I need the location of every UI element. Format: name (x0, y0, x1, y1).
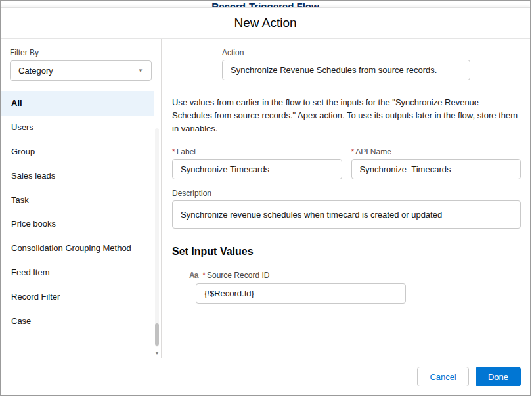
action-field-group: Action (222, 48, 470, 80)
sidebar-item-all[interactable]: All (1, 91, 154, 116)
description-input[interactable] (172, 200, 521, 229)
screen: Record-Triggered Flow New Action Filter … (0, 0, 531, 396)
description-field-label: Description (172, 189, 521, 198)
text-type-icon: Aa (189, 271, 198, 280)
label-input[interactable] (172, 159, 342, 179)
description-field-group: Description (172, 189, 521, 229)
category-select-value: Category (18, 66, 53, 76)
intro-text: Use values from earlier in the flow to s… (172, 96, 521, 135)
source-record-id-label-row: Aa *Source Record ID (189, 271, 521, 280)
sidebar-item-sales-leads[interactable]: Sales leads (1, 164, 154, 189)
new-action-modal: New Action Filter By Category ▼ All User… (1, 7, 530, 395)
background-flow-title: Record-Triggered Flow (211, 1, 319, 7)
action-input[interactable] (222, 60, 470, 80)
action-form: Action Use values from earlier in the fl… (162, 39, 530, 358)
sidebar-item-task[interactable]: Task (1, 189, 154, 213)
background-page: Record-Triggered Flow (1, 1, 530, 7)
action-label: Action (222, 48, 470, 57)
sidebar-item-group[interactable]: Group (1, 140, 154, 164)
sidebar-item-case[interactable]: Case (1, 310, 154, 334)
sidebar-item-price-books[interactable]: Price books (1, 212, 154, 237)
api-name-field-label: *API Name (351, 147, 521, 156)
sidebar-item-consolidation-grouping-method[interactable]: Consolidation Grouping Method (1, 237, 154, 261)
sidebar-item-record-filter[interactable]: Record Filter (1, 285, 154, 310)
required-asterisk: * (172, 147, 175, 156)
modal-header: New Action (1, 8, 530, 39)
api-name-field-group: *API Name (351, 147, 521, 179)
label-field-label: *Label (172, 147, 342, 156)
modal-body: Filter By Category ▼ All Users Group Sal… (1, 39, 530, 358)
cancel-button[interactable]: Cancel (417, 367, 468, 386)
source-record-id-input[interactable] (196, 283, 406, 304)
done-button[interactable]: Done (476, 367, 521, 386)
source-record-id-label: *Source Record ID (202, 271, 269, 280)
required-asterisk: * (202, 271, 206, 280)
category-sidebar: Filter By Category ▼ All Users Group Sal… (1, 39, 162, 358)
source-record-id-group: Aa *Source Record ID (189, 271, 521, 304)
category-list: All Users Group Sales leads Task Price b… (1, 91, 154, 334)
modal-title: New Action (234, 16, 296, 30)
chevron-down-icon: ▼ (138, 68, 143, 74)
sidebar-item-users[interactable]: Users (1, 116, 154, 140)
required-asterisk: * (351, 147, 355, 156)
label-field-group: *Label (172, 147, 342, 179)
category-select[interactable]: Category ▼ (10, 60, 152, 81)
sidebar-scrollbar-thumb[interactable] (155, 323, 159, 346)
label-apiname-row: *Label *API Name (172, 147, 521, 179)
scroll-down-arrow-icon[interactable]: ▼ (154, 350, 160, 356)
api-name-input[interactable] (351, 159, 521, 179)
modal-footer: Cancel Done (1, 358, 530, 395)
sidebar-item-feed-item[interactable]: Feed Item (1, 261, 154, 285)
sidebar-scrollbar-track (155, 128, 159, 347)
set-input-values-heading: Set Input Values (172, 246, 521, 258)
filter-by-label: Filter By (10, 48, 161, 57)
